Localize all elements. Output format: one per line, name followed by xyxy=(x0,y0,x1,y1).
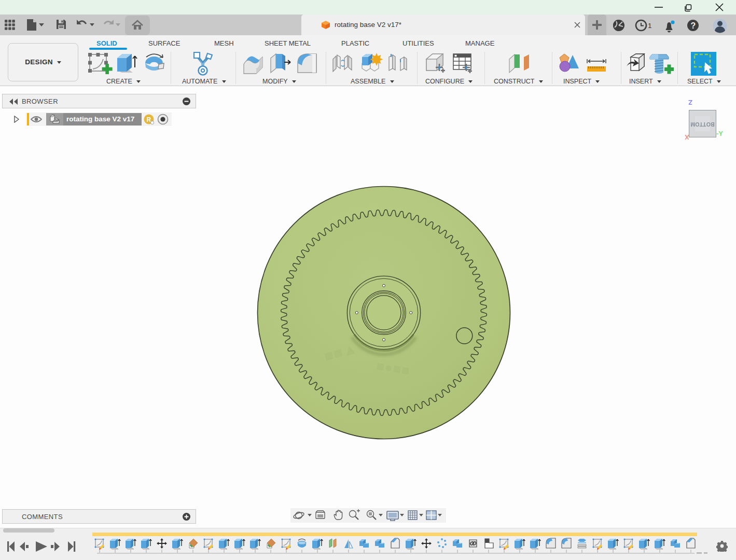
svg-text:1: 1 xyxy=(648,22,652,30)
svg-text:?: ? xyxy=(691,21,696,30)
